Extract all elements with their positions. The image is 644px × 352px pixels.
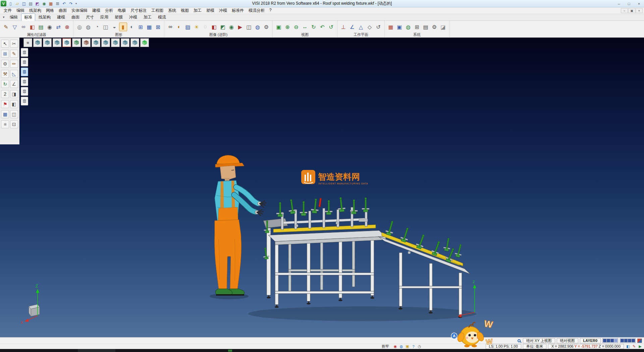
workplane-xy-icon[interactable]: ⊥ [339,23,347,31]
transparency-icon[interactable]: ◐ [128,23,136,31]
menu-dimension[interactable]: 尺寸标注 [128,7,149,14]
database-grid-icon[interactable]: ▦ [145,23,153,31]
menu-solid-edit[interactable]: 实体编辑 [69,7,90,14]
workplane-angle-icon[interactable]: ∠ [348,23,356,31]
angle-measure-icon[interactable]: ∠ [10,80,18,88]
save-view-icon[interactable]: ◫ [10,110,18,118]
view-trimetric-button[interactable] [121,38,129,47]
snap-grid-icon[interactable]: ⊞ [413,23,421,31]
link-elements-icon[interactable]: ∞ [19,23,28,31]
view-iso-button[interactable] [33,38,42,47]
taskbar-item[interactable] [228,350,232,352]
rotate-view-icon[interactable]: ↻ [310,23,318,31]
mascot-widget[interactable]: A W W [446,314,503,352]
menu-wireframe[interactable]: 线架构 [27,7,44,14]
layer-button-6[interactable] [21,97,28,105]
workplane-view-icon[interactable]: ◇ [366,23,374,31]
os-taskbar[interactable] [0,349,644,352]
view-shaded-button[interactable] [140,38,149,47]
menu-system[interactable]: 系统 [166,7,178,14]
view-front-button[interactable] [53,38,61,47]
tab-wireframe[interactable]: 线架构 [36,13,54,21]
menu-die[interactable]: 冲模 [217,7,229,14]
clock-icon[interactable]: ◷ [417,344,422,349]
section-view-icon[interactable]: ◧ [210,23,218,31]
layer-button-1[interactable] [21,48,28,57]
database-add-icon[interactable]: ⊞ [137,23,145,31]
new-file-button[interactable]: ▯ [7,1,14,7]
view-cube-icon[interactable]: ◧ [626,344,631,349]
layers-stack-icon[interactable]: ≡ [1,120,9,128]
menu-moldflow[interactable]: 模流分析 [246,7,267,14]
mdi-restore-button[interactable]: ▣ [628,8,635,13]
refresh-view-icon[interactable]: ↺ [327,23,335,31]
database-check-icon[interactable]: ⊠ [154,23,162,31]
half-shade-icon[interactable]: ◨ [10,90,18,98]
status-indicator-icon[interactable] [637,339,642,343]
tab-overflow-caret[interactable]: ▼ [1,16,6,19]
layer-button-2[interactable] [21,58,28,67]
triangle-ruler-icon[interactable]: ◺ [10,70,18,78]
view-custom-button[interactable] [130,38,139,47]
tab-edit[interactable]: 编辑 [7,13,21,21]
mdi-minimize-button[interactable]: – [621,8,628,13]
workplane-display-icon[interactable]: ◪ [439,23,447,31]
status-units[interactable]: 单位: 毫米 [523,344,546,349]
print-button[interactable]: ▤ [28,1,34,7]
tab-standard[interactable]: 标准 [21,13,35,21]
menu-standard-parts[interactable]: 标准件 [229,7,246,14]
lock-icon[interactable]: ◉ [393,344,398,349]
camera-icon[interactable]: ◉ [227,23,235,31]
grid-snap-icon[interactable]: ⊞ [1,50,9,58]
render-mode-icon[interactable]: ▮ [119,23,127,31]
maximize-button[interactable]: □ [624,0,634,7]
clear-filter-icon[interactable]: ⊗ [63,23,71,31]
workplane-reset-icon[interactable]: ↺ [374,23,382,31]
list-table-icon[interactable]: ▤ [422,23,430,31]
ghost-view-icon[interactable]: ◌ [201,23,209,31]
redline-icon[interactable]: ✎ [632,344,637,349]
zoom-fit-icon[interactable]: ▣ [275,23,283,31]
close-button[interactable]: × [634,0,644,7]
toolbox-icon[interactable]: ▣ [405,344,410,349]
view-bottom-button[interactable] [92,38,100,47]
sketch-pencil-icon[interactable]: ✎ [10,50,18,58]
viewport-3d[interactable]: 智造资料网 INTELLIGENT MANUFACTURING DATA Z X… [0,38,644,337]
status-absolute-view[interactable]: 绝对视图 [557,338,578,343]
globe-icon[interactable]: ◍ [399,344,404,349]
menu-electrode[interactable]: 电极 [115,7,128,14]
highlight-icon[interactable]: ◩ [219,23,227,31]
texture-icon[interactable]: ▨ [184,23,192,31]
layer-button-4[interactable] [21,77,28,86]
hammer-tool-icon[interactable]: ⚒ [1,70,9,78]
hidden-line-icon[interactable]: ◍ [84,23,92,31]
menu-modeling[interactable]: 建模 [90,7,103,14]
zoom-in-icon[interactable]: ⊕ [283,23,291,31]
minimize-button[interactable]: – [614,0,624,7]
tab-surface[interactable]: 曲面 [68,13,83,21]
layer-filter-icon[interactable]: ▤ [37,23,45,31]
status-view-mode[interactable]: 绝对 XY 上视图 [523,338,555,343]
cube-part-icon[interactable]: ◧ [10,100,18,108]
menu-mold[interactable]: 塑模 [204,7,217,14]
flag-mark-icon[interactable]: ⚑ [1,100,9,108]
light-icon[interactable]: ☀ [193,23,201,31]
two-label-icon[interactable]: 2 [1,90,9,98]
tab-die[interactable]: 冲模 [126,13,140,21]
view-right-button[interactable] [62,38,71,47]
mdi-close-button[interactable]: × [636,8,643,13]
color-filter-icon[interactable]: ◧ [28,23,36,31]
taskbar-item[interactable] [78,349,115,352]
tab-modeling[interactable]: 建模 [54,13,68,21]
tab-moldflow[interactable]: 模流 [155,13,169,21]
title-bar[interactable]: V ▯ ▱ ◫ ▤ ◩ [0,0,644,7]
tab-dimension[interactable]: 尺寸 [83,13,97,21]
menu-help[interactable]: ? [267,7,274,14]
display-settings-icon[interactable]: ⚙ [262,23,270,31]
dynamic-hide-icon[interactable]: ◒ [110,23,118,31]
calculator-button[interactable]: ⊞ [54,1,61,7]
menu-edit[interactable]: 编辑 [14,7,27,14]
layer-button-3[interactable] [21,68,28,76]
globe-icon[interactable]: ◍ [404,23,412,31]
view-list-button[interactable]: ≡ [23,38,32,47]
